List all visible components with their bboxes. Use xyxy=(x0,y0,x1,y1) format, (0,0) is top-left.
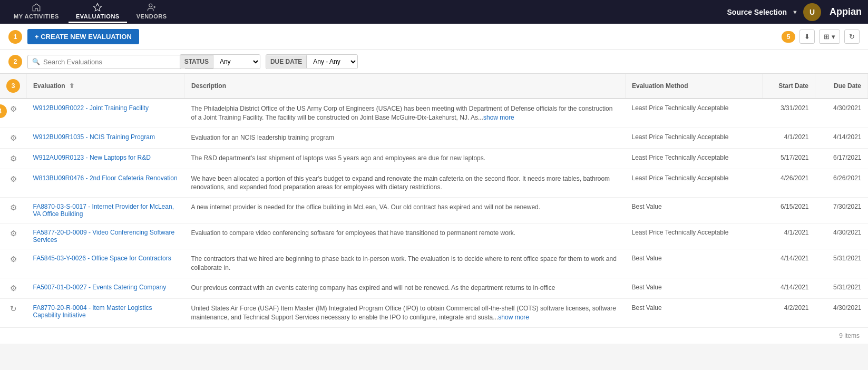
method-cell: Best Value xyxy=(626,298,763,327)
eval-name-cell: FA5845-03-Y-0026 - Office Space for Cont… xyxy=(27,249,185,278)
col-header-evaluation-label: Evaluation xyxy=(33,82,65,90)
show-more-link[interactable]: show more xyxy=(483,114,514,121)
start-date-cell: 5/17/2021 xyxy=(763,148,815,169)
start-date-cell: 4/14/2021 xyxy=(763,278,815,298)
gear-icon[interactable]: ⚙ xyxy=(10,284,17,293)
description-cell: The contractors that we hired are beginn… xyxy=(185,249,626,278)
gear-icon[interactable]: ⚙ xyxy=(10,174,17,183)
eval-name-cell: W912BU09R0022 - Joint Training Facility xyxy=(27,99,185,128)
callout-badge-5: 5 xyxy=(782,31,796,43)
gear-icon[interactable]: ⚙ xyxy=(10,203,17,212)
due-date-filter-group: DUE DATE Any - Any This Week This Month xyxy=(266,54,358,69)
people-icon xyxy=(147,3,157,12)
gear-cell: ⚙ xyxy=(0,223,27,249)
description-text: Evaluation to compare video conferencing… xyxy=(191,229,516,237)
eval-link[interactable]: FA8870-03-S-0017 - Internet Provider for… xyxy=(33,203,174,218)
table-row: ⚙FA5845-03-Y-0026 - Office Space for Con… xyxy=(0,249,868,278)
method-cell: Best Value xyxy=(626,278,763,298)
eval-link[interactable]: FA5007-01-D-0027 - Events Catering Compa… xyxy=(33,284,167,291)
eval-link[interactable]: W912BU09R1035 - NCIS Training Program xyxy=(33,133,155,141)
due-date-cell: 7/30/2021 xyxy=(815,198,868,223)
due-date-text: 5/31/2021 xyxy=(833,255,861,262)
due-date-text: 4/14/2021 xyxy=(833,133,861,141)
start-date-cell: 4/26/2021 xyxy=(763,169,815,198)
start-date-text: 4/14/2021 xyxy=(781,284,808,291)
method-cell: Least Price Technically Acceptable xyxy=(626,223,763,249)
due-date-cell: 4/30/2021 xyxy=(815,298,868,327)
description-cell: United States Air Force (USAF) Item Mast… xyxy=(185,298,626,327)
spinner-icon[interactable]: ↻ xyxy=(10,304,17,313)
eval-link[interactable]: FA5845-03-Y-0026 - Office Space for Cont… xyxy=(33,255,171,262)
description-cell: The R&D department's last shipment of la… xyxy=(185,148,626,169)
gear-icon[interactable]: ⚙ xyxy=(10,133,17,142)
gear-cell: ⚙ xyxy=(0,249,27,278)
download-button[interactable]: ⬇ xyxy=(799,30,815,44)
gear-cell: ⚙ xyxy=(0,148,27,169)
gear-icon[interactable]: ⚙ xyxy=(10,104,17,113)
avatar[interactable]: U xyxy=(803,3,821,21)
eval-name-cell: FA8870-03-S-0017 - Internet Provider for… xyxy=(27,198,185,223)
toolbar-left: 1 + CREATE NEW EVALUATION xyxy=(8,29,139,44)
gear-icon[interactable]: ⚙ xyxy=(10,154,17,163)
source-selection-arrow[interactable]: ▼ xyxy=(792,9,798,15)
eval-link[interactable]: W912BU09R0022 - Joint Training Facility xyxy=(33,104,149,112)
filter-button[interactable]: ⊞ ▾ xyxy=(819,30,840,44)
start-date-text: 4/26/2021 xyxy=(781,174,808,182)
eval-link[interactable]: FA5877-20-D-0009 - Video Conferencing So… xyxy=(33,229,175,244)
eval-link[interactable]: W813BU09R0476 - 2nd Floor Cafeteria Reno… xyxy=(33,174,178,182)
method-cell: Least Price Technically Acceptable xyxy=(626,99,763,128)
col-header-gear: 3 xyxy=(0,74,27,99)
search-input[interactable] xyxy=(43,58,181,66)
method-text: Least Price Technically Acceptable xyxy=(632,174,729,182)
nav-label-vendors: VENDORS xyxy=(136,13,167,20)
eval-name-cell: W912BU09R1035 - NCIS Training Program xyxy=(27,128,185,148)
nav-item-my-activities[interactable]: MY ACTIVITIES xyxy=(6,1,66,23)
due-date-text: 5/31/2021 xyxy=(833,284,861,291)
eval-link[interactable]: W912AU09R0123 - New Laptops for R&D xyxy=(33,154,151,161)
callout-badge-4: 4 xyxy=(0,104,7,118)
search-icon: 🔍 xyxy=(32,58,40,65)
description-cell: Our previous contract with an events cat… xyxy=(185,278,626,298)
nav-item-evaluations[interactable]: EVALUATIONS xyxy=(69,1,127,23)
gear-cell: ⚙ xyxy=(0,198,27,223)
eval-link[interactable]: FA8770-20-R-0004 - Item Master Logistics… xyxy=(33,304,152,319)
create-evaluation-button[interactable]: + CREATE NEW EVALUATION xyxy=(27,29,139,44)
method-cell: Least Price Technically Acceptable xyxy=(626,128,763,148)
eval-name-cell: FA5877-20-D-0009 - Video Conferencing So… xyxy=(27,223,185,249)
description-text: The R&D department's last shipment of la… xyxy=(191,154,486,162)
gear-cell: ⚙ xyxy=(0,128,27,148)
toolbar-right: 5 ⬇ ⊞ ▾ ↻ xyxy=(782,30,860,44)
gear-icon[interactable]: ⚙ xyxy=(10,229,17,238)
col-header-evaluation[interactable]: Evaluation ⬆ xyxy=(27,74,185,99)
method-cell: Least Price Technically Acceptable xyxy=(626,169,763,198)
due-date-text: 6/17/2021 xyxy=(833,154,861,161)
table-row: ⚙W912AU09R0123 - New Laptops for R&DThe … xyxy=(0,148,868,169)
due-date-filter-select[interactable]: Any - Any This Week This Month xyxy=(307,55,357,69)
due-date-text: 4/30/2021 xyxy=(833,104,861,112)
refresh-button[interactable]: ↻ xyxy=(844,30,860,44)
search-row: 2 🔍 SEARCH STATUS Any Active Inactive Co… xyxy=(0,50,868,74)
show-more-link[interactable]: show more xyxy=(498,314,529,321)
col-header-start-date: Start Date xyxy=(763,74,815,99)
method-text: Best Value xyxy=(632,284,662,291)
source-selection-label[interactable]: Source Selection xyxy=(727,8,787,16)
table-row: ↻FA8770-20-R-0004 - Item Master Logistic… xyxy=(0,298,868,327)
gear-icon[interactable]: ⚙ xyxy=(10,255,17,264)
description-text: Our previous contract with an events cat… xyxy=(191,284,555,291)
table-row: ⚙FA5877-20-D-0009 - Video Conferencing S… xyxy=(0,223,868,249)
status-filter-select[interactable]: Any Active Inactive Complete xyxy=(213,55,260,69)
method-text: Best Value xyxy=(632,304,662,311)
method-text: Least Price Technically Acceptable xyxy=(632,229,729,236)
table-row: ⚙FA8870-03-S-0017 - Internet Provider fo… xyxy=(0,198,868,223)
status-filter-group: STATUS Any Active Inactive Complete xyxy=(180,54,260,69)
gear-cell: ⚙ xyxy=(0,169,27,198)
start-date-cell: 4/1/2021 xyxy=(763,223,815,249)
start-date-text: 4/2/2021 xyxy=(784,304,809,311)
start-date-cell: 3/31/2021 xyxy=(763,99,815,128)
appian-logo: Appian xyxy=(830,6,862,17)
description-cell: A new internet provider is needed for th… xyxy=(185,198,626,223)
start-date-cell: 4/1/2021 xyxy=(763,128,815,148)
table-row: 4⚙W912BU09R0022 - Joint Training Facilit… xyxy=(0,99,868,128)
description-cell: Evaluation for an NCIS leadership traini… xyxy=(185,128,626,148)
nav-item-vendors[interactable]: VENDORS xyxy=(129,1,174,23)
